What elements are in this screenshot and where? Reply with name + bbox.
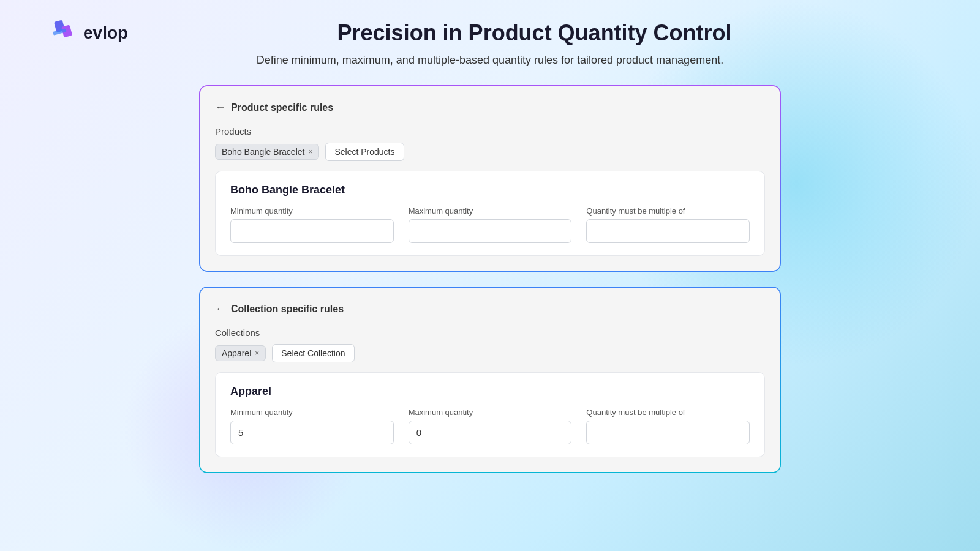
product-tag: Boho Bangle Bracelet ×	[215, 144, 319, 160]
collection-max-qty-input[interactable]	[409, 421, 572, 444]
product-rules-card: ← Product specific rules Products Boho B…	[199, 85, 781, 272]
product-tag-close[interactable]: ×	[308, 148, 312, 156]
collection-max-qty-field: Maximum quantity	[409, 408, 572, 444]
product-card-title: Product specific rules	[231, 102, 333, 113]
collection-max-qty-label: Maximum quantity	[409, 408, 572, 417]
collection-tag-text: Apparel	[222, 348, 251, 358]
product-min-qty-field: Minimum quantity	[230, 206, 394, 243]
collection-multiple-label: Quantity must be multiple of	[586, 408, 750, 417]
logo-icon	[49, 18, 78, 48]
page-subtitle: Define minimum, maximum, and multiple-ba…	[49, 54, 931, 67]
product-detail-title: Boho Bangle Bracelet	[230, 184, 750, 197]
product-max-qty-label: Maximum quantity	[409, 206, 572, 216]
collection-back-arrow[interactable]: ←	[215, 302, 226, 315]
select-collection-button[interactable]: Select Collection	[272, 344, 354, 362]
collection-min-qty-label: Minimum quantity	[230, 408, 394, 417]
collection-quantity-row: Minimum quantity Maximum quantity Quanti…	[230, 408, 750, 444]
product-back-arrow[interactable]: ←	[215, 101, 226, 114]
collection-tag: Apparel ×	[215, 345, 266, 361]
product-max-qty-field: Maximum quantity	[409, 206, 572, 243]
collections-label: Collections	[215, 328, 765, 338]
product-tag-text: Boho Bangle Bracelet	[222, 147, 304, 157]
collection-detail-box: Apparel Minimum quantity Maximum quantit…	[215, 372, 765, 457]
logo: evlop	[49, 18, 128, 48]
collection-tag-close[interactable]: ×	[255, 349, 259, 358]
product-min-qty-label: Minimum quantity	[230, 206, 394, 216]
select-products-button[interactable]: Select Products	[325, 143, 404, 161]
product-detail-box: Boho Bangle Bracelet Minimum quantity Ma…	[215, 171, 765, 256]
logo-text: evlop	[83, 23, 128, 43]
collection-min-qty-field: Minimum quantity	[230, 408, 394, 444]
product-max-qty-input[interactable]	[409, 219, 572, 243]
collection-multiple-input[interactable]	[586, 421, 750, 444]
collection-min-qty-input[interactable]	[230, 421, 394, 444]
products-tag-row: Boho Bangle Bracelet × Select Products	[215, 143, 765, 161]
product-quantity-row: Minimum quantity Maximum quantity Quanti…	[230, 206, 750, 243]
product-multiple-input[interactable]	[586, 219, 750, 243]
product-multiple-label: Quantity must be multiple of	[586, 206, 750, 216]
product-min-qty-input[interactable]	[230, 219, 394, 243]
page-title: Precision in Product Quantity Control	[138, 20, 931, 46]
products-label: Products	[215, 126, 765, 137]
collections-tag-row: Apparel × Select Collection	[215, 344, 765, 362]
product-card-header: ← Product specific rules	[215, 101, 765, 114]
collection-card-header: ← Collection specific rules	[215, 302, 765, 315]
collection-rules-card: ← Collection specific rules Collections …	[199, 287, 781, 473]
product-multiple-field: Quantity must be multiple of	[586, 206, 750, 243]
collection-multiple-field: Quantity must be multiple of	[586, 408, 750, 444]
collection-detail-title: Apparel	[230, 385, 750, 398]
collection-card-title: Collection specific rules	[231, 304, 344, 315]
